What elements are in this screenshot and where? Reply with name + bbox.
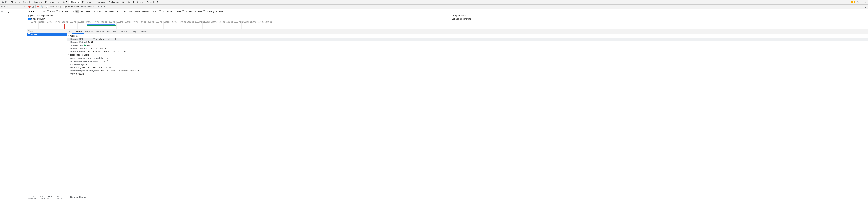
preserve-log-checkbox[interactable]: Preserve log bbox=[46, 5, 61, 8]
detail-tab-timing[interactable]: Timing bbox=[129, 29, 138, 34]
network-toolbar: Search ✕ ▼ 🔍 Preserve log Disable cache … bbox=[0, 4, 868, 9]
throttling-select[interactable]: No throttling ▾ bbox=[81, 5, 94, 8]
settings-icon[interactable]: ⚙ bbox=[857, 1, 859, 4]
filter-chip-all[interactable]: All bbox=[75, 10, 79, 13]
person-beta-icon bbox=[156, 1, 158, 3]
filter-chip-other[interactable]: Other bbox=[151, 10, 158, 13]
match-case-toggle[interactable]: Aa bbox=[1, 10, 3, 12]
status-requests: 1 / 153 requests bbox=[27, 195, 39, 199]
network-conditions-icon[interactable] bbox=[96, 5, 99, 8]
header-row: access-control-allow-origin:https:/, bbox=[67, 60, 868, 63]
header-row: Remote Address:3.135.11.165:443 bbox=[67, 47, 868, 50]
filter-chip-font[interactable]: Font bbox=[116, 10, 122, 13]
timeline-overview[interactable]: 50 ms100 ms150 ms200 ms250 ms300 ms350 m… bbox=[0, 21, 868, 29]
disable-cache-checkbox[interactable]: Disable cache bbox=[64, 5, 79, 8]
issues-badge[interactable]: ▮ 1 bbox=[850, 1, 855, 3]
header-row: Referrer Policy:strict-origin-when-cross… bbox=[67, 50, 868, 53]
detail-tab-initiator[interactable]: Initiator bbox=[118, 29, 128, 34]
clear-button[interactable] bbox=[32, 6, 34, 8]
request-name: events bbox=[31, 33, 37, 36]
export-har-icon[interactable]: ⬇ bbox=[104, 5, 105, 8]
show-overview-checkbox[interactable]: Show overview bbox=[28, 18, 446, 20]
header-row: date:Sat, 07 Jan 2023 17:04:35 GMT bbox=[67, 66, 868, 69]
tab-console[interactable]: Console bbox=[21, 0, 32, 4]
filter-chip-js[interactable]: JS bbox=[92, 10, 96, 13]
filter-chip-img[interactable]: Img bbox=[102, 10, 107, 13]
svg-rect-1 bbox=[5, 1, 7, 3]
tab-elements[interactable]: Elements bbox=[9, 0, 21, 4]
header-row: content-length:0 bbox=[67, 63, 868, 66]
header-row: Request Method:POST bbox=[67, 41, 868, 44]
tab-application[interactable]: Application bbox=[107, 0, 121, 4]
main-tabs-bar: ElementsConsoleSourcesPerformance insigh… bbox=[0, 0, 868, 4]
filter-icon[interactable]: ▼ bbox=[37, 5, 39, 8]
status-bar: 1 / 153 requests 160 B / 24.4 kB transfe… bbox=[0, 195, 868, 199]
filter-chip-wasm[interactable]: Wasm bbox=[133, 10, 141, 13]
filter-input[interactable] bbox=[28, 10, 45, 13]
filter-chip-css[interactable]: CSS bbox=[96, 10, 102, 13]
regex-toggle[interactable]: .* bbox=[4, 10, 5, 12]
status-resources: 0 B / 8.1 MB re bbox=[56, 195, 67, 199]
invert-checkbox[interactable]: Invert bbox=[47, 10, 55, 13]
tab-performance[interactable]: Performance bbox=[81, 0, 96, 4]
more-icon[interactable]: ⋮ bbox=[861, 1, 863, 4]
section-response-headers[interactable]: Response Headers bbox=[67, 53, 868, 57]
name-column-header[interactable]: Name bbox=[27, 29, 67, 33]
detail-tab-cookies[interactable]: Cookies bbox=[138, 29, 149, 34]
close-search-icon[interactable]: ✕ bbox=[24, 5, 26, 8]
person-beta-icon bbox=[66, 1, 68, 3]
detail-tab-headers[interactable]: Headers bbox=[72, 29, 84, 34]
blocked-requests-checkbox[interactable]: Blocked Requests bbox=[182, 10, 202, 13]
panel-settings-icon[interactable]: ⚙ bbox=[864, 5, 868, 8]
status-transferred: 160 B / 24.4 kB transferred bbox=[39, 195, 56, 199]
filter-chip-ws[interactable]: WS bbox=[128, 10, 133, 13]
detail-tab-response[interactable]: Response bbox=[105, 29, 118, 34]
tab-network[interactable]: Network bbox=[69, 0, 81, 4]
close-details-icon[interactable]: ✕ bbox=[68, 30, 72, 33]
requests-list: Name events bbox=[27, 29, 67, 195]
header-row: vary:origin bbox=[67, 72, 868, 75]
large-rows-checkbox[interactable]: Use large request rows bbox=[28, 14, 446, 17]
filter-chip-fetch-xhr[interactable]: Fetch/XHR bbox=[80, 10, 91, 13]
device-toggle-icon[interactable] bbox=[5, 1, 8, 4]
section-general[interactable]: General bbox=[67, 34, 868, 38]
file-icon bbox=[28, 33, 30, 36]
filter-row: Aa .* ↻ ⊗ Invert Hide data URLs AllFetch… bbox=[0, 9, 868, 14]
search-label: Search bbox=[1, 5, 8, 8]
filter-chip-media[interactable]: Media bbox=[108, 10, 116, 13]
tab-lighthouse[interactable]: Lighthouse bbox=[132, 0, 145, 4]
options-row: Use large request rows Show overview Gro… bbox=[0, 14, 868, 21]
capture-screenshots-checkbox[interactable]: Capture screenshots bbox=[449, 18, 867, 20]
third-party-checkbox[interactable]: 3rd-party requests bbox=[203, 10, 223, 13]
tab-recorder[interactable]: Recorder bbox=[145, 0, 160, 4]
search-icon[interactable]: 🔍 bbox=[40, 5, 43, 8]
filter-chip-doc[interactable]: Doc bbox=[122, 10, 128, 13]
search-results-panel bbox=[0, 29, 27, 195]
hide-data-urls-checkbox[interactable]: Hide data URLs bbox=[56, 10, 74, 13]
header-row: Request URL:https://gw.stape.io/events bbox=[67, 38, 868, 41]
import-har-icon[interactable]: ⬆ bbox=[100, 5, 102, 8]
group-by-frame-checkbox[interactable]: Group by frame bbox=[449, 14, 867, 17]
blocked-cookies-checkbox[interactable]: Has blocked cookies bbox=[159, 10, 181, 13]
inspect-icon[interactable] bbox=[2, 1, 4, 4]
header-row: access-control-allow-credentials:true bbox=[67, 57, 868, 60]
request-row[interactable]: events bbox=[27, 33, 67, 36]
clear-filter-icon[interactable]: ⊗ bbox=[43, 10, 45, 12]
detail-tab-preview[interactable]: Preview bbox=[95, 29, 105, 34]
close-devtools-icon[interactable]: ✕ bbox=[865, 1, 867, 4]
detail-tab-payload[interactable]: Payload bbox=[84, 29, 94, 34]
record-button[interactable] bbox=[28, 6, 31, 8]
tab-security[interactable]: Security bbox=[121, 0, 132, 4]
header-row: strict-transport-security:max-age=157248… bbox=[67, 69, 868, 72]
request-details-panel: ✕ HeadersPayloadPreviewResponseInitiator… bbox=[67, 29, 868, 195]
tab-memory[interactable]: Memory bbox=[96, 0, 107, 4]
tab-performance-insights[interactable]: Performance insights bbox=[43, 0, 69, 4]
section-request-headers[interactable]: Request Headers bbox=[68, 196, 868, 199]
status-dot-icon bbox=[84, 44, 86, 46]
header-row: Status Code:200 bbox=[67, 44, 868, 47]
filter-chip-manifest[interactable]: Manifest bbox=[141, 10, 151, 13]
tab-sources[interactable]: Sources bbox=[32, 0, 43, 4]
